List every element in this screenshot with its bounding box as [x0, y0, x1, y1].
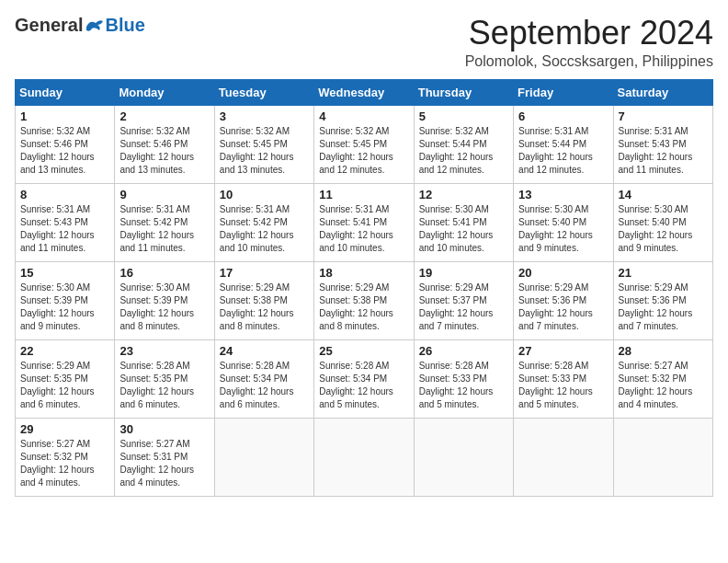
day-cell-21: 21Sunrise: 5:29 AMSunset: 5:36 PMDayligh… [613, 261, 712, 339]
day-number: 22 [20, 344, 109, 358]
day-cell-29: 29Sunrise: 5:27 AMSunset: 5:32 PMDayligh… [16, 418, 115, 496]
day-number: 3 [220, 109, 309, 123]
day-info: Sunrise: 5:31 AMSunset: 5:44 PMDaylight:… [518, 125, 608, 177]
day-number: 5 [419, 109, 508, 123]
logo: General Blue [15, 15, 145, 36]
week-row-1: 1Sunrise: 5:32 AMSunset: 5:46 PMDaylight… [16, 105, 713, 183]
day-number: 17 [220, 266, 309, 280]
day-number: 15 [20, 266, 109, 280]
day-number: 6 [518, 109, 608, 123]
day-cell-30: 30Sunrise: 5:27 AMSunset: 5:31 PMDayligh… [115, 418, 214, 496]
day-cell-1: 1Sunrise: 5:32 AMSunset: 5:46 PMDaylight… [16, 105, 115, 183]
weekday-header-row: SundayMondayTuesdayWednesdayThursdayFrid… [16, 79, 713, 105]
day-cell-4: 4Sunrise: 5:32 AMSunset: 5:45 PMDaylight… [314, 105, 414, 183]
day-cell-19: 19Sunrise: 5:29 AMSunset: 5:37 PMDayligh… [414, 261, 513, 339]
day-cell-20: 20Sunrise: 5:29 AMSunset: 5:36 PMDayligh… [514, 261, 613, 339]
day-cell-23: 23Sunrise: 5:28 AMSunset: 5:35 PMDayligh… [115, 339, 214, 418]
day-number: 24 [220, 344, 309, 358]
day-cell-16: 16Sunrise: 5:30 AMSunset: 5:39 PMDayligh… [115, 261, 214, 339]
logo-general-text: General [15, 15, 83, 36]
day-cell-5: 5Sunrise: 5:32 AMSunset: 5:44 PMDaylight… [414, 105, 513, 183]
day-number: 12 [419, 188, 508, 201]
day-number: 7 [619, 109, 708, 123]
day-info: Sunrise: 5:31 AMSunset: 5:41 PMDaylight:… [319, 203, 408, 255]
day-number: 14 [619, 188, 708, 201]
day-info: Sunrise: 5:27 AMSunset: 5:32 PMDaylight:… [20, 438, 109, 489]
day-info: Sunrise: 5:29 AMSunset: 5:36 PMDaylight:… [619, 282, 708, 333]
day-number: 25 [319, 344, 408, 358]
weekday-header-thursday: Thursday [414, 79, 513, 105]
day-info: Sunrise: 5:29 AMSunset: 5:38 PMDaylight:… [220, 282, 309, 333]
day-number: 29 [20, 422, 109, 436]
day-info: Sunrise: 5:28 AMSunset: 5:35 PMDaylight:… [119, 360, 209, 411]
title-block: September 2024 Polomolok, Soccsksargen, … [465, 15, 713, 70]
weekday-header-friday: Friday [514, 79, 613, 105]
day-cell-8: 8Sunrise: 5:31 AMSunset: 5:43 PMDaylight… [16, 183, 115, 261]
month-title: September 2024 [465, 15, 713, 52]
empty-cell [314, 418, 414, 496]
week-row-5: 29Sunrise: 5:27 AMSunset: 5:32 PMDayligh… [16, 418, 713, 496]
empty-cell [613, 418, 712, 496]
day-cell-18: 18Sunrise: 5:29 AMSunset: 5:38 PMDayligh… [314, 261, 414, 339]
day-info: Sunrise: 5:32 AMSunset: 5:45 PMDaylight:… [319, 125, 408, 177]
day-number: 8 [20, 188, 109, 201]
week-row-4: 22Sunrise: 5:29 AMSunset: 5:35 PMDayligh… [16, 339, 713, 418]
day-cell-9: 9Sunrise: 5:31 AMSunset: 5:42 PMDaylight… [115, 183, 214, 261]
day-number: 4 [319, 109, 408, 123]
day-cell-22: 22Sunrise: 5:29 AMSunset: 5:35 PMDayligh… [16, 339, 115, 418]
day-info: Sunrise: 5:28 AMSunset: 5:33 PMDaylight:… [518, 360, 608, 411]
day-cell-28: 28Sunrise: 5:27 AMSunset: 5:32 PMDayligh… [613, 339, 712, 418]
day-cell-11: 11Sunrise: 5:31 AMSunset: 5:41 PMDayligh… [314, 183, 414, 261]
day-info: Sunrise: 5:29 AMSunset: 5:38 PMDaylight:… [319, 282, 408, 333]
day-info: Sunrise: 5:28 AMSunset: 5:34 PMDaylight:… [220, 360, 309, 411]
day-info: Sunrise: 5:32 AMSunset: 5:46 PMDaylight:… [119, 125, 209, 177]
day-cell-10: 10Sunrise: 5:31 AMSunset: 5:42 PMDayligh… [214, 183, 313, 261]
location-title: Polomolok, Soccsksargen, Philippines [465, 53, 713, 70]
day-number: 27 [518, 344, 608, 358]
day-info: Sunrise: 5:32 AMSunset: 5:44 PMDaylight:… [419, 125, 508, 177]
day-number: 16 [119, 266, 209, 280]
empty-cell [414, 418, 513, 496]
day-number: 9 [119, 188, 209, 201]
week-row-3: 15Sunrise: 5:30 AMSunset: 5:39 PMDayligh… [16, 261, 713, 339]
weekday-header-tuesday: Tuesday [214, 79, 313, 105]
day-number: 19 [419, 266, 508, 280]
day-info: Sunrise: 5:27 AMSunset: 5:31 PMDaylight:… [119, 438, 209, 489]
day-number: 10 [220, 188, 309, 201]
day-number: 30 [119, 422, 209, 436]
day-number: 13 [518, 188, 608, 201]
day-info: Sunrise: 5:29 AMSunset: 5:36 PMDaylight:… [518, 282, 608, 333]
day-info: Sunrise: 5:30 AMSunset: 5:40 PMDaylight:… [619, 203, 708, 255]
day-number: 21 [619, 266, 708, 280]
weekday-header-saturday: Saturday [613, 79, 712, 105]
day-info: Sunrise: 5:32 AMSunset: 5:45 PMDaylight:… [220, 125, 309, 177]
empty-cell [214, 418, 313, 496]
day-number: 28 [619, 344, 708, 358]
day-info: Sunrise: 5:27 AMSunset: 5:32 PMDaylight:… [619, 360, 708, 411]
day-info: Sunrise: 5:28 AMSunset: 5:34 PMDaylight:… [319, 360, 408, 411]
day-number: 23 [119, 344, 209, 358]
day-info: Sunrise: 5:30 AMSunset: 5:40 PMDaylight:… [518, 203, 608, 255]
day-number: 18 [319, 266, 408, 280]
day-info: Sunrise: 5:30 AMSunset: 5:39 PMDaylight:… [119, 282, 209, 333]
day-info: Sunrise: 5:30 AMSunset: 5:41 PMDaylight:… [419, 203, 508, 255]
day-info: Sunrise: 5:31 AMSunset: 5:42 PMDaylight:… [220, 203, 309, 255]
day-number: 20 [518, 266, 608, 280]
weekday-header-monday: Monday [115, 79, 214, 105]
day-cell-7: 7Sunrise: 5:31 AMSunset: 5:43 PMDaylight… [613, 105, 712, 183]
day-info: Sunrise: 5:32 AMSunset: 5:46 PMDaylight:… [20, 125, 109, 177]
weekday-header-wednesday: Wednesday [314, 79, 414, 105]
calendar-table: SundayMondayTuesdayWednesdayThursdayFrid… [15, 79, 713, 497]
day-info: Sunrise: 5:28 AMSunset: 5:33 PMDaylight:… [419, 360, 508, 411]
logo-blue-text: Blue [105, 15, 144, 36]
day-number: 1 [20, 109, 109, 123]
weekday-header-sunday: Sunday [16, 79, 115, 105]
day-cell-13: 13Sunrise: 5:30 AMSunset: 5:40 PMDayligh… [514, 183, 613, 261]
page-header: General Blue September 2024 Polomolok, S… [15, 15, 713, 70]
day-info: Sunrise: 5:31 AMSunset: 5:43 PMDaylight:… [20, 203, 109, 255]
day-number: 11 [319, 188, 408, 201]
day-cell-6: 6Sunrise: 5:31 AMSunset: 5:44 PMDaylight… [514, 105, 613, 183]
logo-bird-icon [85, 17, 105, 34]
day-info: Sunrise: 5:31 AMSunset: 5:42 PMDaylight:… [119, 203, 209, 255]
day-cell-15: 15Sunrise: 5:30 AMSunset: 5:39 PMDayligh… [16, 261, 115, 339]
